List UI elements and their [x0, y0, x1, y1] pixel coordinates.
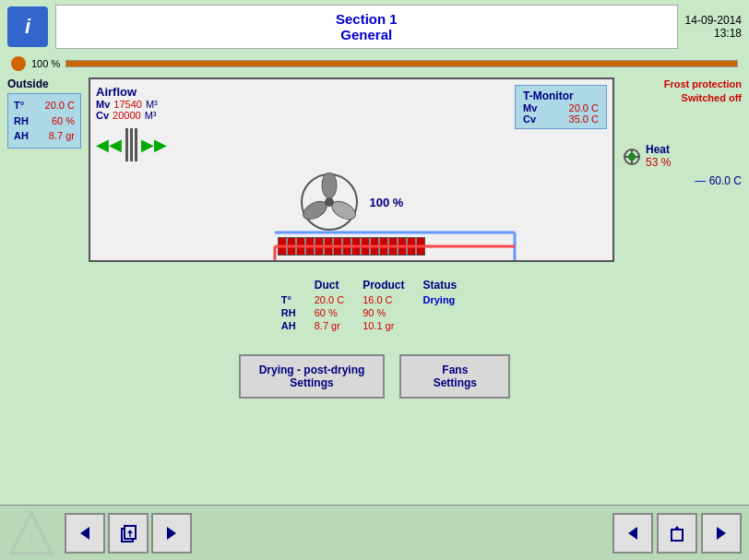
tmon-mv-val: 20.0 C [569, 102, 599, 113]
airflow-left: Airflow Mv 17540 M³ Cv 20000 M³ ◀◀ [96, 85, 225, 163]
header-time: 13:18 [685, 27, 742, 40]
svg-marker-24 [717, 527, 726, 540]
frost-line1: Frost protection [664, 78, 742, 89]
cell-status [419, 306, 471, 319]
cell-key: RH [278, 306, 311, 319]
main-content: Outside T° 20.0 C RH 60 % AH 8.7 gr Airf… [0, 74, 749, 266]
progress-bar [65, 60, 738, 67]
outside-t-key: T° [14, 98, 24, 113]
outside-label: Outside [7, 77, 81, 90]
svg-point-1 [322, 173, 337, 198]
drying-btn[interactable]: Drying - post-dryingSettings [239, 354, 386, 399]
header-datetime: 14-09-2014 13:18 [685, 14, 742, 40]
airflow-top-row: Airflow Mv 17540 M³ Cv 20000 M³ ◀◀ [96, 85, 607, 163]
outside-rh-val: 60 % [52, 113, 75, 129]
tmon-cv-key: Cv [523, 113, 536, 125]
outside-data: T° 20.0 C RH 60 % AH 8.7 gr [7, 93, 81, 149]
col-header-product: Product [359, 277, 419, 293]
nav-copy-btn[interactable] [108, 513, 149, 554]
cell-duct: 60 % [311, 306, 359, 319]
heat-info: Heat 53 % [646, 143, 671, 169]
heat-val: 53 % [646, 156, 671, 169]
outside-rh-row: RH 60 % [14, 113, 75, 129]
tmon-cv-val: 35.0 C [569, 113, 599, 125]
progress-row: 100 % [0, 54, 749, 74]
table-row: T°20.0 C16.0 CDrying [278, 293, 471, 306]
outside-temperature-row: T° 20.0 C [14, 98, 75, 113]
progress-label: 100 % [31, 58, 60, 69]
airflow-mv-key: Mv [96, 99, 110, 110]
svg-point-12 [628, 153, 636, 161]
airflow-cv-val: 20000 [113, 110, 141, 121]
info-icon[interactable]: i [7, 6, 48, 47]
right-panel: Frost protection Switched off Heat 53 % … [622, 77, 742, 262]
cell-product: 10.1 gr [359, 319, 419, 332]
airflow-label: Airflow [96, 85, 225, 99]
fans-btn[interactable]: FansSettings [399, 354, 510, 399]
nav-right-arrow-btn[interactable] [151, 513, 192, 554]
buttons-row: Drying - post-dryingSettingsFansSettings [0, 354, 749, 399]
left-arrow-1: ◀◀ [96, 137, 122, 153]
fan-arrows: ◀◀ ▶▶ [96, 126, 225, 163]
outside-t-val: 20.0 C [45, 98, 75, 113]
header-title-line1: Section 1 [62, 11, 672, 27]
col-header-status: Status [419, 277, 471, 293]
t-monitor-label: T-Monitor [523, 89, 599, 102]
col-header-duct: Duct [311, 277, 359, 293]
t-monitor: T-Monitor Mv 20.0 C Cv 35.0 C [515, 85, 607, 129]
cell-status: Drying [419, 293, 471, 306]
airflow-mv-val: 17540 [113, 99, 142, 110]
table-header-row: Duct Product Status [278, 277, 471, 293]
data-table-section: Duct Product Status T°20.0 C16.0 CDrying… [0, 269, 749, 340]
cell-key: T° [278, 293, 311, 306]
airflow-cv-row: Cv 20000 M³ [96, 110, 225, 121]
col-header-key [278, 277, 311, 293]
airflow-cv-unit: M³ [145, 110, 157, 121]
nav-right-arrow-btn-2[interactable] [701, 513, 742, 554]
svg-point-4 [325, 197, 334, 207]
svg-marker-20 [167, 527, 176, 540]
header-title-line2: General [62, 27, 672, 42]
progress-bar-fill [66, 61, 737, 66]
progress-icon [11, 56, 26, 71]
header: i Section 1 General 14-09-2014 13:18 [0, 0, 749, 54]
sep-line-1 [125, 128, 128, 161]
outside-ah-row: AH 8.7 gr [14, 128, 75, 144]
svg-marker-21 [628, 527, 637, 540]
svg-rect-22 [672, 530, 683, 541]
valve-icon [622, 147, 640, 165]
nav-right-group [612, 513, 742, 554]
airflow-mv-unit: M³ [146, 99, 158, 110]
nav-up-btn[interactable] [657, 513, 697, 554]
outside-ah-key: AH [14, 128, 29, 144]
nav-left-arrow-btn[interactable] [65, 513, 105, 554]
nav-logo: i [7, 509, 55, 557]
cell-key: AH [278, 319, 311, 332]
nav-left-arrow-btn-2[interactable] [612, 513, 653, 554]
pipe-svg [90, 223, 612, 260]
header-date: 14-09-2014 [685, 14, 742, 27]
heat-label: Heat [646, 143, 671, 156]
airflow-cv-key: Cv [96, 110, 109, 121]
sep-lines [125, 126, 137, 163]
sep-line-3 [135, 128, 137, 161]
temp-reading: — 60.0 C [622, 174, 742, 187]
svg-marker-15 [80, 527, 89, 540]
header-title: Section 1 General [55, 5, 678, 49]
cell-duct: 8.7 gr [311, 319, 359, 332]
nav-bar: i [0, 505, 749, 560]
data-table: Duct Product Status T°20.0 C16.0 CDrying… [278, 277, 471, 332]
cell-product: 90 % [359, 306, 419, 319]
svg-marker-23 [673, 526, 681, 530]
tmon-mv-row: Mv 20.0 C [523, 102, 599, 113]
cell-product: 16.0 C [359, 293, 419, 306]
data-table-body: T°20.0 C16.0 CDryingRH60 %90 %AH8.7 gr10… [278, 293, 471, 332]
outside-ah-val: 8.7 gr [49, 128, 75, 144]
logo-svg: i [7, 509, 55, 557]
table-row: RH60 %90 % [278, 306, 471, 319]
table-row: AH8.7 gr10.1 gr [278, 319, 471, 332]
sep-line-2 [130, 128, 133, 161]
outside-rh-key: RH [14, 113, 29, 129]
center-panel: Airflow Mv 17540 M³ Cv 20000 M³ ◀◀ [89, 77, 614, 262]
temp-reading-val: 60.0 C [709, 174, 742, 187]
